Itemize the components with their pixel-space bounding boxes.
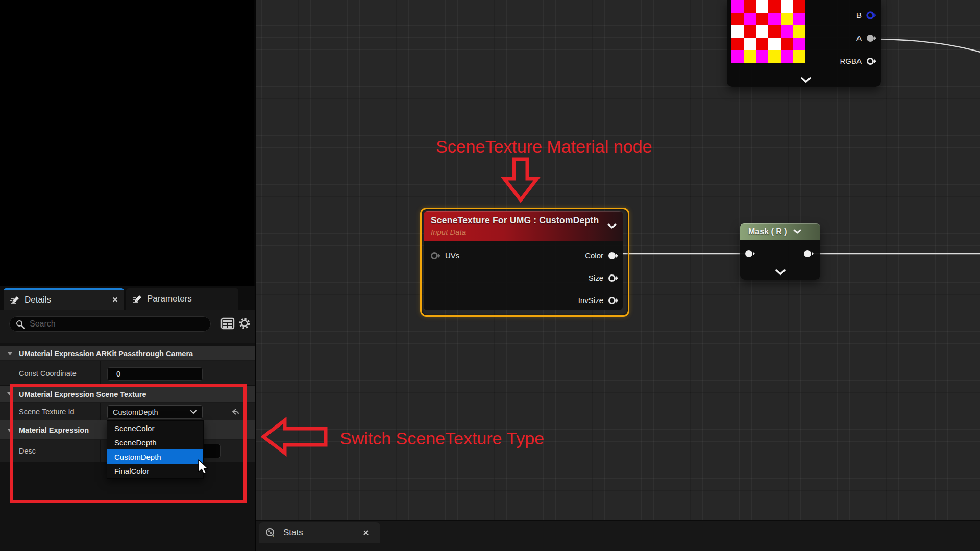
wire-texture-a-output[interactable] — [879, 39, 980, 53]
pin-label-b: B — [856, 11, 862, 19]
svg-text:i: i — [273, 533, 274, 538]
texture-cell — [781, 13, 793, 26]
texture-cell — [793, 0, 805, 13]
display-filter-table-icon[interactable] — [220, 317, 235, 330]
pin-row-color[interactable]: Color — [542, 251, 619, 260]
header-chevron-icon[interactable] — [607, 223, 617, 229]
search-input[interactable]: Search — [9, 316, 211, 332]
pin-label-a: A — [856, 34, 862, 42]
pin-row-invsize[interactable]: InvSize — [542, 296, 619, 305]
texture-cell — [731, 38, 744, 51]
pin-label-uvs: UVs — [445, 251, 459, 260]
annotation-switch-type-label: Switch SceneTexture Type — [340, 429, 493, 448]
mask-header-chevron-icon[interactable] — [793, 229, 801, 234]
pin-label-invsize: InvSize — [578, 296, 603, 305]
input-pin-uvs-icon[interactable] — [430, 252, 441, 260]
mask-input-pin-icon[interactable] — [744, 249, 755, 258]
texture-cell — [756, 13, 768, 26]
mask-output-pin-icon[interactable] — [803, 249, 814, 258]
expand-node-chevron-icon[interactable] — [800, 77, 812, 83]
texture-cell — [781, 50, 793, 63]
texture-cell — [768, 0, 780, 13]
annotation-left-arrow — [261, 417, 330, 458]
scene-texture-node[interactable]: SceneTexture For UMG : CustomDepth Input… — [424, 211, 623, 310]
texture-cell — [731, 25, 744, 38]
tab-parameters-label: Parameters — [147, 294, 192, 304]
const-coordinate-label: Const Coordinate — [19, 369, 77, 378]
texture-cell — [744, 13, 756, 26]
texture-cell — [781, 25, 793, 38]
scene-texture-node-header[interactable]: SceneTexture For UMG : CustomDepth Input… — [424, 211, 623, 241]
details-search-row: Search — [0, 310, 255, 343]
texture-cell — [768, 50, 780, 63]
scene-texture-node-title: SceneTexture For UMG : CustomDepth — [431, 215, 599, 226]
pin-row-uvs[interactable]: UVs — [430, 251, 459, 260]
annotation-scenetexture-node-label: SceneTexture Material node — [436, 137, 604, 157]
pin-label-color: Color — [585, 251, 603, 260]
scene-texture-node-subtitle: Input Data — [431, 228, 466, 236]
texture-cell — [781, 38, 793, 51]
material-graph-canvas[interactable]: B A RGBA — [255, 0, 980, 520]
texture-cell — [756, 0, 768, 13]
annotation-red-box — [10, 384, 247, 503]
pin-row-b[interactable]: B — [816, 11, 877, 19]
texture-cell — [756, 38, 768, 51]
scene-texture-node-selection-outline: SceneTexture For UMG : CustomDepth Input… — [420, 208, 629, 317]
texture-cell — [793, 38, 805, 51]
texture-cell — [744, 25, 756, 38]
section-header-arkit-label: UMaterial Expression ARKit Passthrough C… — [19, 349, 193, 358]
texture-cell — [731, 0, 744, 13]
stats-tab[interactable]: i Stats — [259, 522, 380, 543]
output-pin-invsize-icon[interactable] — [607, 296, 619, 305]
output-pin-size-icon[interactable] — [607, 274, 619, 282]
pin-row-rgba[interactable]: RGBA — [816, 57, 877, 65]
texture-cell — [793, 25, 805, 38]
stats-panel-bar: i Stats — [255, 520, 980, 551]
tab-parameters[interactable]: Parameters — [126, 288, 238, 310]
texture-cell — [793, 50, 805, 63]
mouse-cursor — [197, 459, 210, 475]
material-editor-window: B A RGBA — [0, 0, 980, 551]
texture-cell — [768, 13, 780, 26]
pin-label-rgba: RGBA — [840, 57, 862, 65]
tab-details[interactable]: Details — [4, 288, 124, 310]
stats-tab-label: Stats — [283, 528, 303, 538]
output-pin-rgba-icon[interactable] — [866, 57, 877, 65]
mask-expand-chevron-icon[interactable] — [775, 269, 786, 276]
texture-cell — [768, 38, 780, 51]
const-coordinate-input[interactable]: 0 — [107, 367, 203, 381]
mask-node-header[interactable]: Mask ( R ) — [740, 223, 820, 240]
collapse-triangle-icon[interactable] — [7, 351, 13, 356]
pin-row-size[interactable]: Size — [542, 273, 619, 282]
texture-sample-node[interactable]: B A RGBA — [727, 0, 881, 87]
texture-cell — [731, 50, 744, 63]
parameters-pencil-icon — [132, 294, 142, 304]
search-placeholder: Search — [30, 319, 56, 329]
output-pin-b-icon[interactable] — [866, 11, 877, 19]
texture-cell — [744, 0, 756, 13]
section-header-arkit[interactable]: UMaterial Expression ARKit Passthrough C… — [0, 346, 255, 361]
stats-close-icon[interactable] — [363, 530, 369, 536]
details-pencil-icon — [10, 295, 20, 305]
texture-cell — [781, 0, 793, 13]
settings-gear-icon[interactable] — [237, 316, 252, 331]
details-tabbar: Details Parameters — [0, 286, 255, 310]
texture-cell — [756, 25, 768, 38]
material-preview-viewport[interactable] — [0, 0, 255, 286]
texture-cell — [744, 38, 756, 51]
stats-icon: i — [265, 528, 277, 538]
output-pin-a-icon[interactable] — [866, 34, 877, 42]
pin-label-size: Size — [589, 273, 603, 282]
texture-cell — [768, 25, 780, 38]
row-const-coordinate: Const Coordinate 0 — [0, 361, 255, 385]
annotation-down-arrow — [499, 157, 542, 204]
tab-details-close-icon[interactable] — [112, 297, 118, 303]
output-pin-color-icon[interactable] — [607, 252, 619, 260]
tab-details-label: Details — [24, 295, 51, 305]
pin-row-a[interactable]: A — [816, 34, 877, 42]
mask-node[interactable]: Mask ( R ) — [740, 223, 820, 280]
texture-cell — [756, 50, 768, 63]
search-icon — [16, 320, 24, 329]
texture-cell — [793, 13, 805, 26]
mask-node-title: Mask ( R ) — [748, 227, 787, 236]
